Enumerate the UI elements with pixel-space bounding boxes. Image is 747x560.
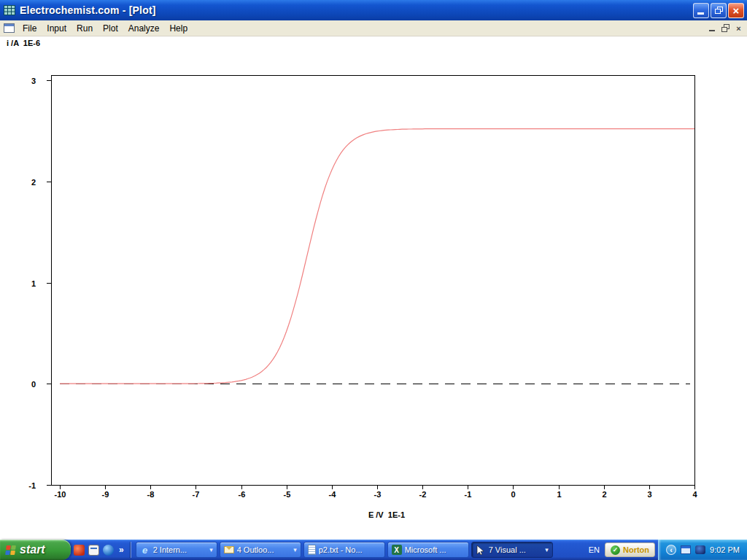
quick-launch-icon-2[interactable]: [88, 545, 99, 556]
close-button[interactable]: ×: [728, 3, 744, 18]
plot-frame: [52, 76, 695, 486]
windows-flag-icon: [5, 545, 16, 555]
clock[interactable]: 9:02 PM: [710, 545, 740, 554]
x-tick-label: -9: [102, 490, 109, 499]
x-tick-label: 3: [647, 490, 651, 499]
taskbar-button-outlook-group[interactable]: 4 Outloo... ▾: [220, 542, 301, 558]
ie-icon: e: [140, 545, 150, 555]
taskbar-button-excel[interactable]: X Microsoft ...: [387, 542, 469, 558]
tray-collapse-chevron[interactable]: ‹: [666, 545, 676, 555]
norton-label: Norton: [623, 545, 649, 554]
taskbar-button-internet-explorer-group[interactable]: e 2 Intern... ▾: [136, 542, 217, 558]
window-title: Electrochemist.com - [Plot]: [20, 4, 692, 16]
app-icon[interactable]: [3, 4, 16, 16]
x-tick-label: 4: [692, 490, 697, 499]
x-tick-label: -6: [239, 490, 246, 499]
start-label: start: [20, 543, 45, 556]
mdi-close-button[interactable]: ×: [732, 23, 745, 34]
taskbar: start » e 2 Intern... ▾ 4 Outloo... ▾ p2…: [0, 540, 747, 560]
current-curve: [60, 129, 694, 384]
y-tick-label: 1: [31, 279, 36, 288]
chevron-down-icon: ▾: [209, 546, 213, 553]
menu-file[interactable]: File: [18, 21, 42, 36]
start-button[interactable]: start: [0, 540, 71, 560]
y-tick-label: 2: [31, 178, 36, 187]
chevron-down-icon: ▾: [545, 546, 549, 553]
close-icon: ×: [733, 5, 740, 16]
x-tick-label: 2: [602, 490, 606, 499]
tray-icon-2[interactable]: [695, 545, 705, 554]
x-tick-label: -4: [329, 490, 337, 499]
y-tick-label: 0: [31, 380, 36, 389]
menu-input[interactable]: Input: [42, 21, 71, 36]
quick-launch-icon-3[interactable]: [103, 545, 114, 556]
menu-plot[interactable]: Plot: [98, 21, 123, 36]
plot-canvas: -10-9-8-7-6-5-4-3-2-1012343210-1: [0, 36, 747, 540]
title-bar: Electrochemist.com - [Plot] ×: [0, 0, 747, 20]
x-tick-label: -3: [374, 490, 382, 499]
minimize-button[interactable]: [693, 3, 709, 18]
chevron-down-icon: ▾: [293, 546, 297, 553]
task-buttons: e 2 Intern... ▾ 4 Outloo... ▾ p2.txt - N…: [133, 542, 584, 558]
system-tray: ‹ 9:02 PM: [658, 540, 747, 560]
mdi-restore-button[interactable]: [719, 23, 732, 34]
tray-icon-1[interactable]: [681, 545, 691, 554]
x-tick-label: 1: [557, 490, 561, 499]
quick-launch-icon-1[interactable]: [74, 545, 85, 556]
desktop: Electrochemist.com - [Plot] × File Input…: [0, 0, 747, 560]
plot-area: i /A 1E-6 -10-9-8-7-6-5-4-3-2-1012343210…: [0, 36, 747, 540]
restore-icon: [715, 7, 723, 14]
x-tick-label: -5: [284, 490, 291, 499]
menu-analyze[interactable]: Analyze: [123, 21, 165, 36]
y-tick-label: -1: [28, 481, 36, 490]
minimize-icon: [697, 12, 704, 15]
x-tick-label: 0: [511, 490, 515, 499]
norton-badge[interactable]: ✓ Norton: [605, 542, 655, 557]
x-tick-label: -2: [419, 490, 427, 499]
menu-help[interactable]: Help: [164, 21, 193, 36]
taskbar-button-visual-group[interactable]: 7 Visual ... ▾: [471, 542, 553, 558]
excel-icon: X: [392, 545, 402, 555]
language-indicator[interactable]: EN: [584, 545, 605, 554]
quick-launch: »: [71, 545, 128, 556]
restore-button[interactable]: [711, 3, 727, 18]
taskbar-button-notepad[interactable]: p2.txt - No...: [303, 542, 385, 558]
mdi-minimize-button[interactable]: [706, 23, 719, 34]
norton-check-icon: ✓: [611, 545, 620, 555]
x-tick-label: -1: [465, 490, 472, 499]
y-tick-label: 3: [31, 77, 36, 85]
quick-launch-overflow-chevron[interactable]: »: [117, 545, 125, 555]
outlook-icon: [224, 546, 234, 553]
x-tick-label: -10: [55, 490, 66, 499]
x-tick-label: -7: [193, 490, 200, 499]
notepad-icon: [308, 545, 316, 555]
cursor-icon: [476, 545, 486, 555]
taskbar-separator: [131, 542, 131, 558]
plot-document-icon[interactable]: [4, 23, 15, 33]
menu-run[interactable]: Run: [71, 21, 98, 36]
x-axis-title: E /V 1E-1: [306, 510, 467, 519]
menu-bar: File Input Run Plot Analyze Help ×: [0, 20, 747, 36]
x-tick-label: -8: [147, 490, 155, 499]
